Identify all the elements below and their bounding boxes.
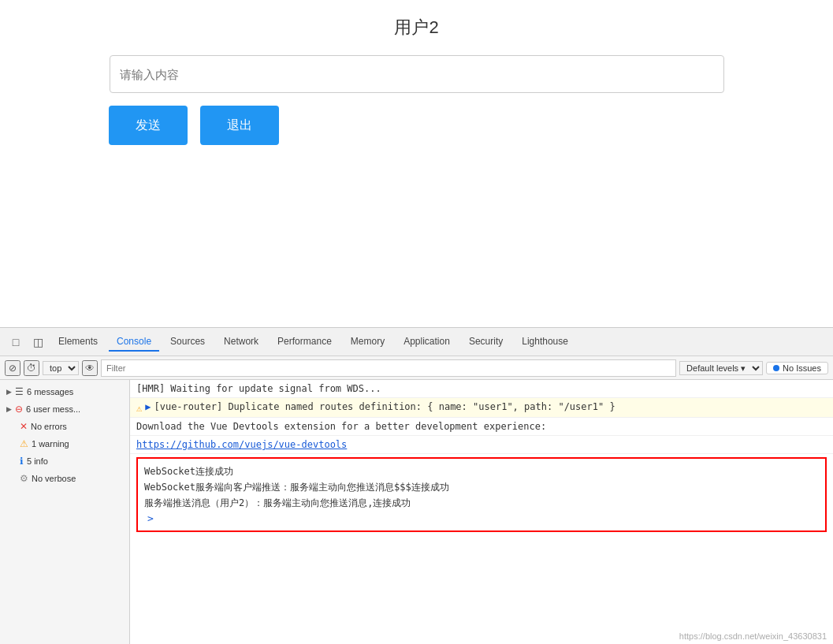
issues-dot xyxy=(773,365,779,371)
tab-elements[interactable]: Elements xyxy=(50,333,106,352)
inspect-icon[interactable]: □ xyxy=(6,333,25,352)
buttons-row: 发送 退出 xyxy=(109,106,279,145)
tab-sources[interactable]: Sources xyxy=(162,333,213,352)
sidebar-item-messages[interactable]: ▶ ☰ 6 messages xyxy=(0,383,129,400)
no-issues-label: No Issues xyxy=(783,363,821,373)
sidebar-item-verbose[interactable]: ⚙ No verbose xyxy=(0,470,129,487)
expand-arrow-warn[interactable]: ▶ xyxy=(145,400,151,414)
sidebar-user-messages-label: 6 user mess... xyxy=(26,404,80,414)
user-icon: ⊖ xyxy=(15,404,23,415)
devtools-text: Download the Vue Devtools extension for … xyxy=(136,419,546,434)
sidebar-item-user-messages[interactable]: ▶ ⊖ 6 user mess... xyxy=(0,400,129,418)
expand-arrow2: ▶ xyxy=(6,405,12,413)
sidebar-info-label: 5 info xyxy=(27,456,48,466)
devtools-filter-bar: ⊘ ⏱ top 👁 Default levels ▾ No Issues xyxy=(0,356,833,380)
send-button[interactable]: 发送 xyxy=(109,106,188,145)
console-line-hmr: [HMR] Waiting for update signal from WDS… xyxy=(130,380,833,398)
warning-icon: ⚠ xyxy=(20,438,28,449)
expand-arrow: ▶ xyxy=(6,388,12,396)
tab-application[interactable]: Application xyxy=(396,333,458,352)
ws-line-2: WebSocket服务端向客户端推送：服务端主动向您推送消息$$$连接成功 xyxy=(144,479,819,495)
console-prompt[interactable]: > xyxy=(144,512,154,524)
preserve-log-icon[interactable]: ⏱ xyxy=(24,360,39,376)
tab-performance[interactable]: Performance xyxy=(270,333,340,352)
tab-console[interactable]: Console xyxy=(109,333,159,352)
info-icon: ℹ xyxy=(20,456,24,467)
sidebar-messages-label: 6 messages xyxy=(27,387,73,396)
no-errors-icon: ✕ xyxy=(20,421,28,432)
message-input[interactable] xyxy=(110,55,724,93)
tab-security[interactable]: Security xyxy=(461,333,511,352)
warning-text: [vue-router] Duplicate named routes defi… xyxy=(154,400,615,414)
ws-line-1: WebSocket连接成功 xyxy=(144,463,819,479)
devtools-sidebar: ▶ ☰ 6 messages ▶ ⊖ 6 user mess... ✕ No e… xyxy=(0,380,130,644)
no-issues-badge: No Issues xyxy=(766,362,828,374)
clear-console-icon[interactable]: ⊘ xyxy=(5,360,20,376)
devtools-body: ▶ ☰ 6 messages ▶ ⊖ 6 user mess... ✕ No e… xyxy=(0,380,833,644)
red-box-section: WebSocket连接成功 WebSocket服务端向客户端推送：服务端主动向您… xyxy=(136,457,827,532)
console-line-warning: ⚠ ▶ [vue-router] Duplicate named routes … xyxy=(130,398,833,418)
device-icon[interactable]: ◫ xyxy=(28,333,47,352)
context-select[interactable]: top xyxy=(43,361,79,375)
logout-button[interactable]: 退出 xyxy=(200,106,279,145)
app-area: 用户2 发送 退出 xyxy=(0,0,833,327)
sidebar-verbose-label: No verbose xyxy=(32,474,76,483)
tab-network[interactable]: Network xyxy=(216,333,266,352)
console-prompt-line: > xyxy=(144,511,819,526)
levels-select[interactable]: Default levels ▾ xyxy=(679,361,763,375)
devtools-link[interactable]: https://github.com/vuejs/vue-devtools xyxy=(136,437,347,452)
tab-memory[interactable]: Memory xyxy=(343,333,392,352)
messages-icon: ☰ xyxy=(15,386,24,397)
sidebar-item-no-errors[interactable]: ✕ No errors xyxy=(0,418,129,435)
console-output: [HMR] Waiting for update signal from WDS… xyxy=(130,380,833,644)
eye-icon[interactable]: 👁 xyxy=(82,360,98,376)
sidebar-warning-label: 1 warning xyxy=(32,439,69,449)
hmr-text: [HMR] Waiting for update signal from WDS… xyxy=(136,382,381,396)
ws-text-1: WebSocket连接成功 xyxy=(144,464,233,478)
devtools-tab-bar: □ ◫ Elements Console Sources Network Per… xyxy=(0,328,833,356)
warning-triangle-icon: ⚠ xyxy=(136,401,142,415)
sidebar-item-warning[interactable]: ⚠ 1 warning xyxy=(0,435,129,452)
tab-lighthouse[interactable]: Lighthouse xyxy=(514,333,576,352)
ws-text-2: WebSocket服务端向客户端推送：服务端主动向您推送消息$$$连接成功 xyxy=(144,480,449,494)
console-line-devtools: Download the Vue Devtools extension for … xyxy=(130,418,833,436)
ws-line-3: 服务端推送消息（用户2）：服务端主动向您推送消息,连接成功 xyxy=(144,495,819,511)
verbose-icon: ⚙ xyxy=(20,473,28,484)
console-line-link: https://github.com/vuejs/vue-devtools xyxy=(130,436,833,454)
ws-text-3: 服务端推送消息（用户2）：服务端主动向您推送消息,连接成功 xyxy=(144,496,411,510)
app-title: 用户2 xyxy=(394,16,438,39)
sidebar-no-errors-label: No errors xyxy=(31,422,67,431)
sidebar-item-info[interactable]: ℹ 5 info xyxy=(0,452,129,470)
devtools-panel: □ ◫ Elements Console Sources Network Per… xyxy=(0,327,833,644)
watermark: https://blog.csdn.net/weixin_43630831 xyxy=(679,631,827,641)
filter-input[interactable] xyxy=(101,359,676,377)
